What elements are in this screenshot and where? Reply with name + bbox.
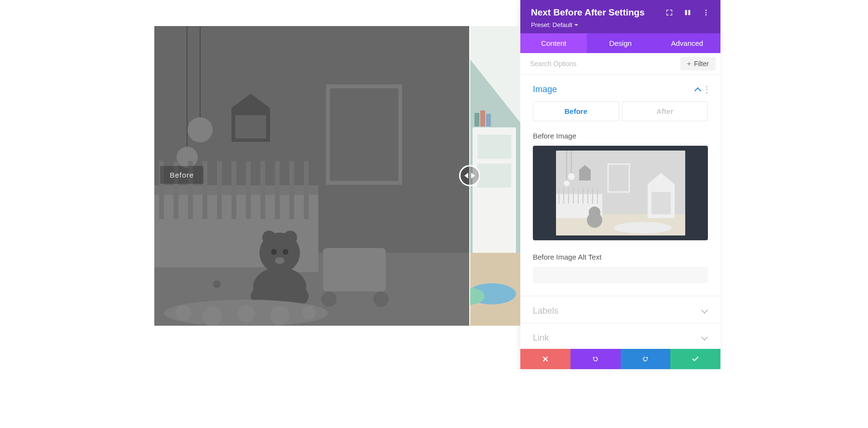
svg-point-78 <box>614 222 672 234</box>
svg-point-59 <box>568 173 575 180</box>
caret-down-icon <box>574 24 578 26</box>
svg-rect-4 <box>477 135 511 159</box>
panel-footer <box>520 349 720 369</box>
svg-point-61 <box>564 180 570 186</box>
more-icon[interactable] <box>700 7 712 18</box>
svg-point-45 <box>321 291 337 307</box>
search-row: + Filter <box>520 53 720 75</box>
svg-rect-8 <box>486 114 491 126</box>
toggle-after[interactable]: After <box>622 101 708 121</box>
toggle-before[interactable]: Before <box>533 101 619 121</box>
svg-rect-6 <box>475 113 479 126</box>
svg-point-46 <box>373 291 389 307</box>
svg-point-55 <box>705 14 707 15</box>
tab-design[interactable]: Design <box>587 33 653 53</box>
before-image-thumb <box>556 151 685 235</box>
before-image-label: Before Image <box>533 132 708 140</box>
section-labels-header[interactable]: Labels <box>520 296 720 323</box>
svg-point-75 <box>587 212 602 228</box>
svg-point-14 <box>188 117 213 142</box>
svg-rect-5 <box>477 164 511 188</box>
chevron-down-icon <box>701 335 708 342</box>
chevron-up-icon <box>694 86 701 93</box>
tab-content[interactable]: Content <box>520 33 587 53</box>
tab-advanced[interactable]: Advanced <box>654 33 720 53</box>
slider-handle[interactable] <box>459 165 480 186</box>
svg-point-16 <box>176 147 198 168</box>
svg-point-38 <box>271 249 277 255</box>
svg-rect-29 <box>260 161 265 219</box>
filter-label: Filter <box>694 60 709 68</box>
main-tabs: Content Design Advanced <box>520 33 720 53</box>
undo-button[interactable] <box>570 349 621 369</box>
section-more-icon[interactable] <box>706 86 708 94</box>
section-image-content: Before After Before Image <box>520 101 720 296</box>
panel-body: Image Before After Before Image <box>520 75 720 349</box>
svg-rect-31 <box>289 161 294 219</box>
cancel-button[interactable] <box>520 349 570 369</box>
snap-columns-icon[interactable] <box>682 7 693 18</box>
section-labels-title: Labels <box>533 306 558 316</box>
before-alt-label: Before Image Alt Text <box>533 253 708 261</box>
expand-icon[interactable] <box>664 7 675 18</box>
svg-point-49 <box>203 307 222 326</box>
svg-point-54 <box>705 12 707 14</box>
before-alt-input[interactable] <box>533 267 708 283</box>
svg-rect-44 <box>323 248 386 291</box>
svg-rect-27 <box>231 161 236 219</box>
redo-button[interactable] <box>621 349 671 369</box>
preset-dropdown[interactable]: Preset: Default <box>531 21 712 28</box>
section-link-header[interactable]: Link <box>520 323 720 349</box>
svg-rect-77 <box>651 192 671 214</box>
before-after-toggle: Before After <box>533 101 708 121</box>
svg-point-51 <box>270 306 289 325</box>
svg-point-40 <box>275 257 285 264</box>
settings-panel: Next Before After Settings Preset: Defau… <box>520 0 720 369</box>
svg-point-36 <box>262 231 276 244</box>
arrow-left-icon <box>464 173 468 179</box>
svg-rect-32 <box>304 161 309 219</box>
svg-point-34 <box>213 280 221 288</box>
panel-header: Next Before After Settings Preset: Defau… <box>520 0 720 33</box>
svg-rect-28 <box>246 161 251 219</box>
svg-rect-30 <box>275 161 280 219</box>
search-input[interactable] <box>525 57 677 70</box>
section-link-title: Link <box>533 333 549 343</box>
section-image-title: Image <box>533 84 557 95</box>
filter-button[interactable]: + Filter <box>680 57 716 70</box>
preset-label: Preset: Default <box>531 21 572 28</box>
panel-title: Next Before After Settings <box>531 7 645 18</box>
svg-point-52 <box>302 306 315 319</box>
svg-point-48 <box>176 305 191 320</box>
svg-point-50 <box>237 305 255 322</box>
svg-point-53 <box>705 10 707 11</box>
before-label: Before <box>160 166 203 184</box>
before-after-preview: Before <box>154 26 520 326</box>
chevron-down-icon <box>701 308 708 315</box>
svg-rect-18 <box>235 115 266 138</box>
svg-rect-26 <box>217 161 222 219</box>
section-image-header[interactable]: Image <box>520 75 720 101</box>
svg-point-37 <box>284 231 297 244</box>
plus-icon: + <box>687 60 691 68</box>
save-button[interactable] <box>670 349 720 369</box>
svg-rect-7 <box>480 110 485 126</box>
before-image-picker[interactable] <box>533 146 708 240</box>
arrow-right-icon <box>471 173 475 179</box>
svg-point-39 <box>283 249 288 255</box>
